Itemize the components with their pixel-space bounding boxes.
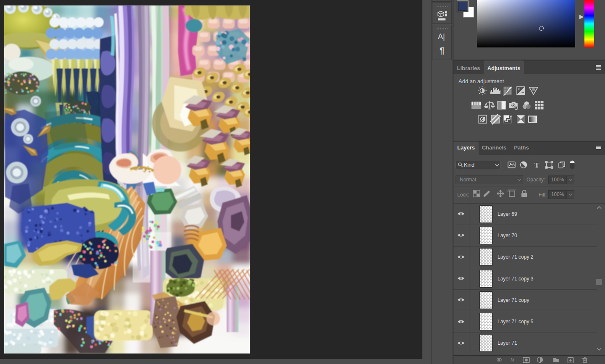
svg-text:T: T [534, 161, 540, 169]
svg-text:fx: fx [511, 357, 515, 363]
